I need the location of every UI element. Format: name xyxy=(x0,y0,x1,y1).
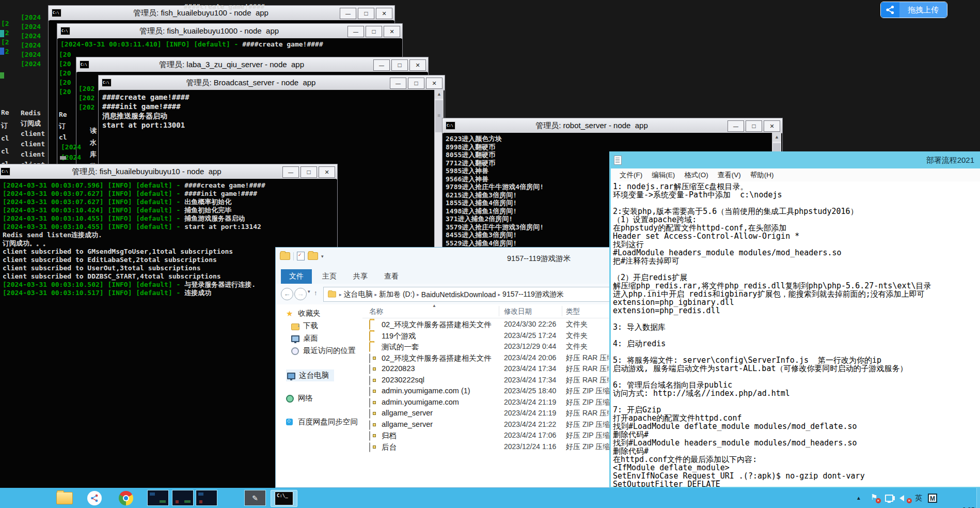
notepad-titlebar[interactable]: 部署流程2021 xyxy=(611,153,980,168)
tray-expand[interactable]: ▲ xyxy=(856,488,861,508)
titlebar-fish10[interactable]: C:\ 管理员: fish_kuailebuyuibuyu10 - node a… xyxy=(0,164,337,179)
scroll-up-icon[interactable]: ▲ xyxy=(772,133,781,142)
file-name: admin.youmigame.com xyxy=(382,398,459,406)
breadcrumb-current-folder[interactable]: 9157--119游戏游米 xyxy=(502,290,564,299)
sidebar-item-favorites[interactable]: ★ 收藏夹 xyxy=(286,309,321,318)
tray-ime[interactable]: 英 xyxy=(915,488,922,508)
column-name[interactable]: 名称 xyxy=(369,307,383,316)
titlebar-fish1000[interactable]: C:\ 管理员: fish_kuailebuyu1000 - node app xyxy=(57,24,402,39)
sidebar-item-network[interactable]: 网络 xyxy=(286,393,313,403)
explorer-window-title: 9157--119游戏游米 xyxy=(507,254,571,264)
tab-view[interactable]: 查看 xyxy=(376,269,407,284)
file-type: 文件夹 xyxy=(566,342,588,351)
maximize-button[interactable] xyxy=(366,26,382,37)
breadcrumb[interactable]: ▸ 这台电脑 ▸ 新加卷 (D:) ▸ BaiduNetdiskDownload… xyxy=(323,287,636,302)
close-button[interactable] xyxy=(376,8,392,19)
taskbar-baidu-netdisk[interactable] xyxy=(83,490,106,506)
sidebar-item-recent-places[interactable]: 最近访问的位置 xyxy=(291,346,356,356)
forward-icon[interactable]: → xyxy=(294,288,307,300)
up-icon[interactable]: ↑ xyxy=(314,289,318,297)
tab-file[interactable]: 文件 xyxy=(281,269,312,284)
recent-locations-icon[interactable]: ▾ xyxy=(308,289,310,294)
file-row[interactable]: 后台2023/12/24 1:16好压 ZIP 压缩文件 xyxy=(362,441,639,453)
archive-icon xyxy=(369,409,370,419)
maximize-button[interactable] xyxy=(358,8,374,19)
drag-upload-button[interactable]: 拖拽上传 xyxy=(880,2,947,18)
minimize-button[interactable] xyxy=(728,120,744,132)
column-date[interactable]: 修改日期 xyxy=(504,307,532,316)
tray-volume[interactable]: ✕ xyxy=(899,488,908,508)
file-row[interactable]: 02_环境文件服务器搭建相关文件2023/4/24 20:06好压 RAR 压缩… xyxy=(362,352,639,364)
sidebar-item-desktop[interactable]: 桌面 xyxy=(291,333,318,343)
folder-icon xyxy=(369,342,370,352)
minimize-button[interactable] xyxy=(373,59,390,71)
taskbar-file-explorer[interactable] xyxy=(53,490,76,506)
minimize-button[interactable] xyxy=(347,26,364,37)
titlebar-robot[interactable]: C:\ 管理员: robot_server - node app xyxy=(442,118,782,133)
taskbar-cmd-active[interactable]: C:\_ xyxy=(271,490,297,507)
menu-edit[interactable]: 编辑(E) xyxy=(647,171,679,180)
tab-share[interactable]: 共享 xyxy=(345,269,376,284)
minimize-button[interactable] xyxy=(340,8,356,19)
notepad-window: 部署流程2021 文件(F) 编辑(E) 格式(O) 查看(V) 帮助(H) 1… xyxy=(609,151,980,488)
breadcrumb-this-pc[interactable]: 这台电脑 xyxy=(344,290,373,299)
menu-view[interactable]: 查看(V) xyxy=(713,171,746,180)
notepad-text-area[interactable]: 1: nodejs.rar解压缩至c盘根目录。 环境变量->系统变量-Path中… xyxy=(611,181,980,487)
sidebar-label: 网络 xyxy=(298,393,313,403)
file-row[interactable]: 20230222sql2023/4/24 17:34好压 RAR 压缩文件 xyxy=(362,375,639,386)
tab-home[interactable]: 主页 xyxy=(314,269,345,284)
close-button[interactable] xyxy=(384,26,400,37)
tray-sogou[interactable]: M xyxy=(928,488,937,508)
sort-ascending-icon[interactable]: ▲ xyxy=(432,303,436,308)
show-desktop-button[interactable] xyxy=(976,488,980,508)
close-button[interactable] xyxy=(409,59,426,71)
explorer-titlebar[interactable]: ▾ 9157--119游戏游米 xyxy=(276,248,639,269)
column-type[interactable]: 类型 xyxy=(566,307,580,316)
maximize-button[interactable] xyxy=(408,78,424,89)
file-row[interactable]: allgame_server2023/4/24 21:19好压 RAR 压缩文件 xyxy=(362,408,639,419)
file-row[interactable]: admin.youmigame.com2023/4/24 21:19好压 ZIP… xyxy=(362,397,639,408)
file-row[interactable]: allgame_server2023/4/24 21:22好压 ZIP 压缩文件 xyxy=(362,419,639,430)
taskbar-app-window-2[interactable] xyxy=(171,490,194,506)
log-timestamp: [2024-03-31 00:03:10.455] [INFO] [defaul… xyxy=(3,214,184,222)
close-button[interactable] xyxy=(426,78,442,89)
breadcrumb-baidu-download[interactable]: BaiduNetdiskDownload xyxy=(421,290,496,299)
titlebar-laba[interactable]: C:\ 管理员: laba_3_zu_qiu_server - node app xyxy=(76,57,428,72)
file-row[interactable]: 测试的一套2023/12/29 0:44文件夹 xyxy=(362,341,639,352)
maximize-button[interactable] xyxy=(391,59,408,71)
back-icon[interactable]: ← xyxy=(281,288,293,300)
file-row[interactable]: 119个游戏2023/4/25 17:24文件夹 xyxy=(362,330,639,342)
maximize-button[interactable] xyxy=(301,166,317,178)
file-row[interactable]: 归档2023/4/24 17:06好压 ZIP 压缩文件 xyxy=(362,430,639,441)
titlebar-broadcast[interactable]: C:\ 管理员: Broadcast_server - node app xyxy=(99,75,445,90)
close-button[interactable] xyxy=(319,166,335,178)
maximize-button[interactable] xyxy=(746,120,762,132)
minimize-button[interactable] xyxy=(390,78,406,89)
sidebar-item-downloads[interactable]: 下载 xyxy=(291,321,318,331)
properties-icon[interactable] xyxy=(297,252,305,260)
scroll-up-icon[interactable]: ▲ xyxy=(435,90,444,99)
cmd-icon: C:\ xyxy=(60,27,70,35)
taskbar-editor-app[interactable]: ✎ xyxy=(244,490,266,506)
taskbar-app-window-1[interactable] xyxy=(147,490,169,506)
breadcrumb-drive-d[interactable]: 新加卷 (D:) xyxy=(379,290,415,299)
folder-icon[interactable] xyxy=(280,252,290,260)
menu-help[interactable]: 帮助(H) xyxy=(746,171,779,180)
file-row[interactable]: admin.youmigame.com (1)2023/4/25 18:40好压… xyxy=(362,386,639,397)
tray-action-center[interactable]: ✕ xyxy=(871,488,879,508)
taskbar-clock[interactable]: 0:35 2024/3/31 xyxy=(946,489,975,508)
taskbar-app-window-3[interactable] xyxy=(195,490,218,506)
file-row[interactable]: 02_环境文件服务器搭建相关文件2024/3/30 22:26文件夹 xyxy=(362,319,639,330)
tray-network[interactable] xyxy=(885,488,893,508)
chevron-down-icon[interactable]: ▾ xyxy=(321,254,324,259)
close-button[interactable] xyxy=(764,120,780,132)
file-row[interactable]: 202208232023/4/24 17:34好压 RAR 压缩文件 xyxy=(362,363,639,375)
taskbar-chrome[interactable] xyxy=(115,490,137,506)
sidebar-item-this-pc[interactable]: 这台电脑 xyxy=(286,370,334,381)
sidebar-item-baidu-sync[interactable]: 百度网盘同步空间 xyxy=(286,417,358,427)
minimize-button[interactable] xyxy=(282,166,299,178)
log-message: start at port:13142 xyxy=(184,223,261,230)
new-folder-icon[interactable] xyxy=(308,252,318,260)
menu-format[interactable]: 格式(O) xyxy=(679,171,713,180)
menu-file[interactable]: 文件(F) xyxy=(615,171,647,180)
